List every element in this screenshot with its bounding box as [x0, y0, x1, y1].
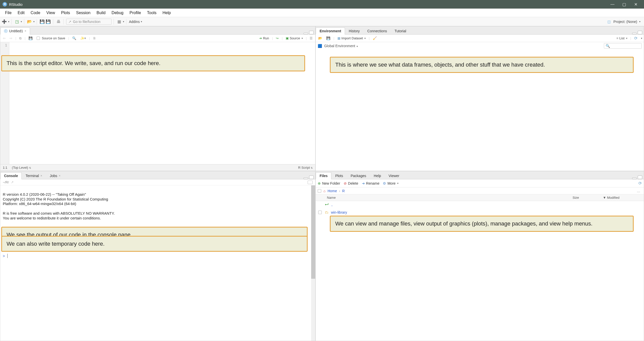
tab-files[interactable]: Files: [316, 172, 331, 179]
env-search-input[interactable]: 🔍: [604, 43, 642, 49]
save-workspace-icon[interactable]: 💾: [325, 36, 331, 41]
window-close-button[interactable]: ✕: [630, 2, 641, 7]
source-on-save-checkbox[interactable]: Source on Save: [36, 36, 66, 41]
select-all-checkbox[interactable]: [318, 189, 321, 193]
outline-icon[interactable]: ☰: [309, 36, 314, 41]
console-prompt[interactable]: >: [3, 254, 5, 258]
nav-forward-icon[interactable]: ⇨: [9, 36, 13, 41]
pane-maximize-button[interactable]: [309, 31, 314, 34]
tab-console[interactable]: Console: [0, 172, 22, 179]
file-type-indicator[interactable]: R Script ⇅: [298, 166, 313, 169]
menu-view[interactable]: View: [43, 10, 58, 16]
window-minimize-button[interactable]: —: [607, 2, 618, 7]
pane-maximize-button[interactable]: [309, 176, 314, 179]
close-tab-icon[interactable]: ×: [24, 29, 26, 33]
open-file-icon[interactable]: 📂: [27, 19, 32, 24]
tab-jobs[interactable]: Jobs×: [46, 172, 64, 179]
tab-history[interactable]: History: [345, 27, 364, 34]
pane-maximize-button[interactable]: [638, 176, 642, 179]
save-source-icon[interactable]: 💾: [28, 36, 34, 41]
app-menubar: File Edit Code View Plots Session Build …: [0, 9, 644, 17]
tab-connections[interactable]: Connections: [364, 27, 391, 34]
new-project-dropdown[interactable]: ▾: [21, 20, 22, 23]
crumb-r[interactable]: R: [342, 189, 345, 193]
open-recent-dropdown[interactable]: ▾: [33, 20, 35, 23]
notebook-icon[interactable]: 🗎: [92, 36, 97, 41]
import-dataset-button[interactable]: ▦ Import Dataset ▾: [336, 36, 367, 41]
breadcrumb-more-icon[interactable]: …: [637, 189, 642, 193]
new-file-icon[interactable]: ➕: [2, 19, 7, 24]
menu-code[interactable]: Code: [28, 10, 43, 16]
tab-tutorial[interactable]: Tutorial: [391, 27, 410, 34]
col-modified[interactable]: ▼ Modified: [601, 196, 644, 200]
pane-minimize-button[interactable]: [632, 33, 637, 34]
menu-file[interactable]: File: [2, 10, 15, 16]
new-project-icon[interactable]: ◳: [14, 19, 20, 24]
project-dropdown[interactable]: ▾: [639, 20, 640, 23]
more-button[interactable]: ⚙ More ▾: [383, 181, 398, 185]
env-view-mode[interactable]: ≡ List ▾: [615, 36, 628, 41]
menu-debug[interactable]: Debug: [109, 10, 126, 16]
wand-icon[interactable]: ✨▾: [79, 36, 87, 41]
pane-minimize-button[interactable]: [304, 178, 308, 179]
run-button[interactable]: ➔ Run: [258, 36, 270, 41]
source-tab-untitled1[interactable]: R Untitled1 ×: [0, 27, 30, 35]
refresh-dropdown[interactable]: ▾: [641, 37, 642, 40]
window-maximize-button[interactable]: ▢: [618, 2, 630, 7]
menu-build[interactable]: Build: [94, 10, 109, 16]
editor-body[interactable]: 1 This is the script editor. We write, s…: [0, 42, 315, 164]
print-icon[interactable]: 🖶: [56, 19, 61, 24]
refresh-files-icon[interactable]: ⟳: [638, 181, 642, 186]
file-row-checkbox[interactable]: [318, 211, 322, 214]
source-dropdown[interactable]: ▾: [302, 37, 303, 40]
tab-plots[interactable]: Plots: [331, 172, 347, 179]
delete-button[interactable]: ⊘ Delete: [344, 181, 358, 185]
home-icon[interactable]: ⌂: [323, 189, 325, 193]
nav-back-icon[interactable]: ⇦: [2, 36, 7, 41]
clear-workspace-icon[interactable]: 🧹: [372, 36, 378, 41]
addins-menu[interactable]: Addins: [129, 20, 140, 24]
project-selector[interactable]: ◫ Project: (None) ▾: [606, 19, 642, 24]
refresh-env-icon[interactable]: ⟳: [633, 35, 638, 41]
tab-environment[interactable]: Environment: [316, 27, 345, 35]
console-cursor[interactable]: [7, 254, 9, 258]
goto-file-function-input[interactable]: ↗ Go to file/function: [66, 19, 112, 25]
menu-help[interactable]: Help: [159, 10, 174, 16]
menu-profile[interactable]: Profile: [126, 10, 144, 16]
find-icon[interactable]: 🔍: [71, 36, 77, 41]
crumb-home[interactable]: Home: [328, 189, 337, 193]
tab-terminal[interactable]: Terminal×: [22, 172, 46, 179]
menu-tools[interactable]: Tools: [144, 10, 159, 16]
save-all-icon[interactable]: 💾: [45, 19, 51, 24]
tab-packages[interactable]: Packages: [347, 172, 370, 179]
pane-minimize-button[interactable]: [632, 178, 637, 179]
addins-dropdown[interactable]: ▾: [141, 20, 142, 23]
menu-session[interactable]: Session: [73, 10, 94, 16]
scope-indicator[interactable]: (Top Level) ⇅: [12, 166, 31, 169]
console-body[interactable]: R version 4.0.2 (2020-06-22) -- "Taking …: [0, 185, 315, 341]
workspace-panes-icon[interactable]: ▦: [116, 19, 122, 24]
rerun-icon[interactable]: ↪: [275, 36, 280, 41]
load-workspace-icon[interactable]: 📂: [317, 36, 323, 41]
pane-maximize-button[interactable]: [638, 31, 642, 34]
pane-minimize-button[interactable]: [304, 33, 308, 34]
panes-dropdown[interactable]: ▾: [123, 20, 124, 23]
env-scope-selector[interactable]: Global Environment ▾: [324, 44, 358, 48]
save-icon[interactable]: 💾: [39, 19, 45, 24]
menu-plots[interactable]: Plots: [58, 10, 73, 16]
file-row-up[interactable]: ⮠ ..: [316, 201, 644, 209]
console-scrollbar-thumb[interactable]: [311, 185, 315, 279]
clear-console-icon[interactable]: [308, 181, 313, 184]
tab-help[interactable]: Help: [370, 172, 385, 179]
tab-viewer[interactable]: Viewer: [385, 172, 403, 179]
file-row-winlibrary[interactable]: 🗀 win-library: [316, 209, 644, 216]
col-name[interactable]: Name: [325, 196, 571, 200]
new-file-dropdown[interactable]: ▾: [8, 20, 9, 23]
popout-icon[interactable]: ⧉: [18, 36, 22, 41]
rename-button[interactable]: ➜ Rename: [362, 181, 380, 185]
popout-console-icon[interactable]: ↗: [11, 180, 14, 184]
new-folder-button[interactable]: ⊕ New Folder: [318, 181, 340, 185]
source-button[interactable]: ▣ Source ▾: [285, 36, 304, 41]
col-size[interactable]: Size: [571, 196, 601, 200]
menu-edit[interactable]: Edit: [15, 10, 28, 16]
